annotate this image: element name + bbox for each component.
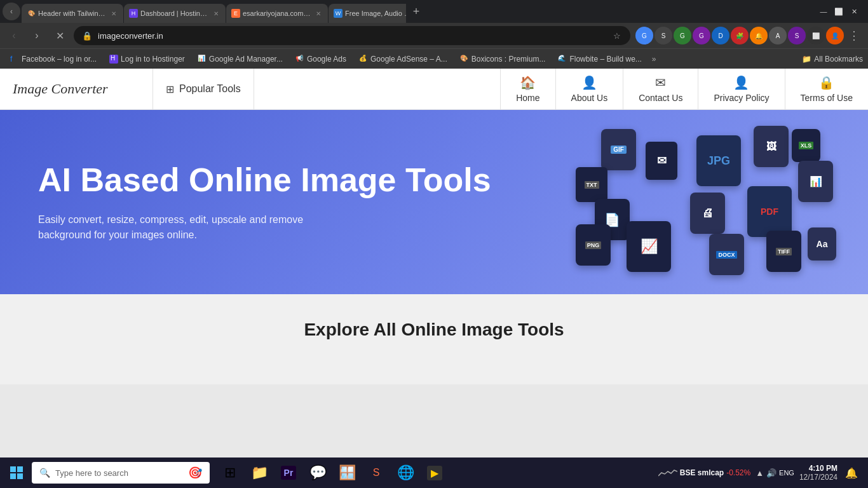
taskview-button[interactable]: ⊞ (216, 459, 244, 487)
ext-icon-10[interactable]: ⬜ (807, 27, 825, 44)
taskbar: 🔍 Type here to search 🎯 ⊞ 📁 Pr 💬 🪟 S 🌐 ▶ (0, 458, 868, 488)
address-action-icons: ☆ (611, 30, 623, 41)
close-button[interactable]: ✕ (848, 5, 860, 18)
stock-name: BSE smlcap (680, 468, 724, 477)
ext-icon-6[interactable]: 🧩 (731, 27, 749, 44)
svg-rect-0 (10, 466, 16, 472)
bookmark-google-ads[interactable]: 📢 Google Ads (290, 53, 351, 65)
nav-back-button[interactable]: ‹ (5, 27, 23, 44)
tab-back-btn[interactable]: ‹ (3, 3, 20, 20)
adsense-icon: 💰 (359, 55, 368, 64)
bookmark-adsense-label: Google AdSense – A... (370, 55, 447, 64)
clock-time: 4:10 PM (799, 464, 837, 473)
bookmarks-all-label: All Bookmarks (814, 55, 863, 64)
ext-icon-5[interactable]: D (712, 27, 729, 44)
system-clock[interactable]: 4:10 PM 12/17/2024 (799, 464, 837, 482)
website-content: Image Converter ⊞ Popular Tools 🏠 Home 👤… (0, 69, 868, 384)
hero-section: AI Based Online Image Tools Easily conve… (0, 110, 868, 294)
whatsapp-button[interactable]: 💬 (304, 459, 332, 487)
minimize-button[interactable]: — (817, 5, 830, 18)
bookmark-boxicons[interactable]: 🎨 Boxicons : Premium... (455, 53, 551, 65)
tiff-icon: TIFF (766, 231, 801, 272)
txt-icon: TXT (576, 167, 607, 202)
site-navigation: Image Converter ⊞ Popular Tools 🏠 Home 👤… (0, 69, 868, 110)
file-explorer-button[interactable]: 📁 (245, 459, 273, 487)
tab-1[interactable]: 🎨 Header with Tailwind... ✕ (22, 4, 123, 23)
new-tab-button[interactable]: + (407, 3, 425, 20)
profile-button[interactable]: 👤 (826, 27, 844, 44)
address-input[interactable]: 🔒 imageconverter.in ☆ (74, 26, 630, 45)
bookmark-facebook[interactable]: f Facebook – log in or... (5, 53, 102, 65)
whatsapp-icon: 💬 (309, 464, 327, 481)
volume-icon: 🔊 (766, 468, 776, 478)
store-button[interactable]: 🪟 (333, 459, 361, 487)
network-icon: ▲ (756, 468, 764, 478)
nav-link-about[interactable]: 👤 About Us (555, 69, 623, 110)
chart-icon: 📊 (798, 161, 833, 202)
nav-link-home[interactable]: 🏠 Home (500, 69, 555, 110)
contact-icon: ✉ (655, 75, 666, 90)
bookmarks-bar: f Facebook – log in or... H Log in to Ho… (0, 48, 868, 69)
gif-icon: GIF (601, 129, 636, 170)
tab-3[interactable]: E esarkariyojana.com -... ✕ (226, 4, 328, 23)
tab-close-3[interactable]: ✕ (314, 9, 323, 18)
gam-icon: 📊 (198, 55, 207, 64)
ext-icon-3[interactable]: G (674, 27, 691, 44)
taskview-icon: ⊞ (224, 464, 236, 481)
tab-close-1[interactable]: ✕ (109, 9, 118, 18)
popular-tools-menu[interactable]: ⊞ Popular Tools (153, 69, 254, 110)
star-icon[interactable]: ☆ (611, 30, 623, 41)
stock-change: -0.52% (726, 468, 750, 477)
notification-bell-icon: 🔔 (845, 467, 858, 479)
nav-link-contact[interactable]: ✉ Contact Us (623, 69, 698, 110)
ext-icon-9[interactable]: S (788, 27, 806, 44)
tab-2[interactable]: H Dashboard | Hostinge... ✕ (124, 4, 226, 23)
tab-bar: ‹ 🎨 Header with Tailwind... ✕ H Dashboar… (0, 0, 868, 23)
bookmarks-all-button[interactable]: 📁 All Bookmarks (802, 55, 863, 64)
grid-icon: ⊞ (166, 83, 174, 95)
site-logo[interactable]: Image Converter (0, 81, 153, 97)
nav-link-terms[interactable]: 🔒 Terms of Use (785, 69, 868, 110)
bookmark-gam-label: Google Ad Manager... (209, 55, 283, 64)
ext-icon-1[interactable]: G (635, 27, 653, 44)
nav-reload-button[interactable]: ✕ (51, 27, 69, 44)
ext-icon-4[interactable]: G (693, 27, 710, 44)
search-icon: 🔍 (39, 468, 50, 478)
terms-icon: 🔒 (818, 75, 834, 90)
sublime-button[interactable]: S (362, 459, 390, 487)
bookmark-flowbite[interactable]: 🌊 Flowbite – Build we... (553, 53, 646, 65)
taskbar-right: BSE smlcap -0.52% ▲ 🔊 ENG 4:10 PM 12/17/… (653, 464, 865, 482)
tab-favicon-4: W (334, 9, 342, 18)
ext-icon-2[interactable]: S (654, 27, 672, 44)
bookmark-adsense[interactable]: 💰 Google AdSense – A... (354, 53, 452, 65)
about-icon: 👤 (581, 75, 597, 90)
bookmarks-more-button[interactable]: » (649, 53, 659, 65)
store-icon: 🪟 (339, 464, 356, 481)
tab-title-1: Header with Tailwind... (38, 10, 107, 17)
nav-forward-button[interactable]: › (28, 27, 46, 44)
system-icons: ▲ 🔊 ENG (756, 468, 794, 478)
gads-icon: 📢 (295, 55, 304, 64)
nav-link-privacy[interactable]: 👤 Privacy Policy (698, 69, 784, 110)
tab-4[interactable]: W Free Image, Audio &... ✕ (329, 4, 406, 23)
bookmark-gads-label: Google Ads (307, 55, 346, 64)
nav-privacy-label: Privacy Policy (714, 93, 769, 103)
menu-button[interactable]: ⋮ (845, 27, 863, 44)
premiere-button[interactable]: Pr (275, 459, 302, 487)
bookmark-hostinger[interactable]: H Log in to Hostinger (104, 53, 190, 65)
video-button[interactable]: ▶ (421, 459, 449, 487)
xls-icon: XLS (792, 129, 820, 162)
explore-title: Explore All Online Image Tools (13, 320, 855, 340)
tab-close-2[interactable]: ✕ (212, 9, 220, 18)
hero-subtitle: Easily convert, resize, compress, edit, … (38, 212, 343, 243)
maximize-button[interactable]: ⬜ (832, 5, 845, 18)
start-button[interactable] (3, 459, 31, 487)
search-placeholder-text: Type here to search (55, 468, 128, 478)
bookmark-gam[interactable]: 📊 Google Ad Manager... (193, 53, 288, 65)
chrome-button[interactable]: 🌐 (391, 459, 419, 487)
taskbar-search[interactable]: 🔍 Type here to search 🎯 (32, 462, 210, 484)
ext-icon-8[interactable]: A (769, 27, 787, 44)
notification-button[interactable]: 🔔 (843, 464, 860, 482)
file-explorer-icon: 📁 (251, 464, 268, 481)
ext-icon-7[interactable]: 🔔 (750, 27, 768, 44)
